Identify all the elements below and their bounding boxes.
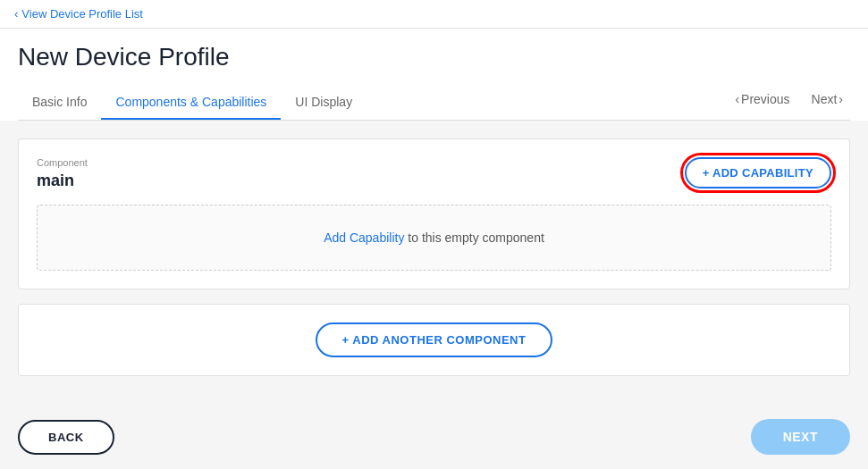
add-capability-button[interactable]: + ADD CAPABILITY [685, 157, 831, 188]
empty-component-suffix: to this empty component [404, 230, 544, 245]
next-chevron-icon: › [839, 92, 843, 106]
chevron-left-icon: ‹ [14, 7, 18, 21]
empty-component-area: Add Capability to this empty component [37, 205, 831, 271]
breadcrumb-label: View Device Profile List [21, 7, 143, 21]
add-capability-link[interactable]: Add Capability [324, 230, 404, 245]
tab-basic-info[interactable]: Basic Info [18, 86, 101, 120]
add-another-component-section: + ADD ANOTHER COMPONENT [18, 304, 850, 376]
component-card: Component main + ADD CAPABILITY Add Capa… [18, 138, 850, 289]
next-footer-button[interactable]: NEXT [751, 419, 850, 455]
previous-button[interactable]: ‹ Previous [728, 88, 796, 110]
page-title: New Device Profile [18, 43, 850, 71]
next-button[interactable]: Next › [805, 88, 850, 110]
component-label: Component [37, 157, 88, 168]
breadcrumb-link[interactable]: ‹ View Device Profile List [14, 7, 143, 21]
tab-ui-display[interactable]: UI Display [281, 86, 367, 120]
footer-bar: BACK NEXT [0, 408, 868, 465]
previous-label: Previous [741, 92, 789, 106]
next-label: Next [812, 92, 838, 106]
tab-components-capabilities[interactable]: Components & Capabilities [101, 86, 281, 120]
prev-chevron-icon: ‹ [735, 92, 739, 106]
component-name: main [37, 172, 88, 190]
back-button[interactable]: BACK [18, 420, 114, 455]
add-another-component-button[interactable]: + ADD ANOTHER COMPONENT [316, 322, 553, 357]
